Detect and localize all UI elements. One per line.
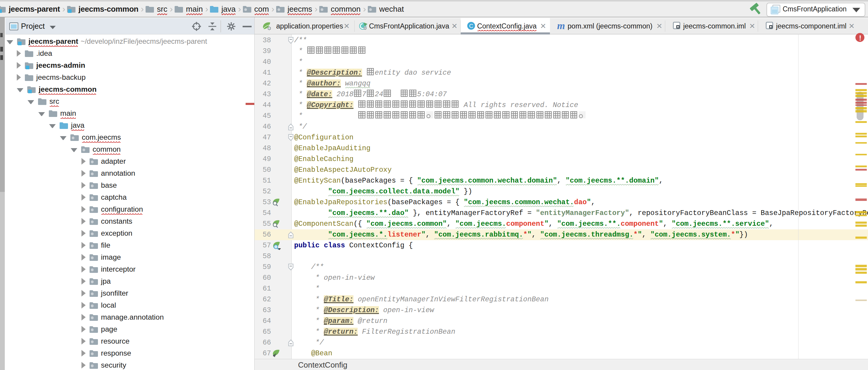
svg-text:C: C	[469, 23, 473, 29]
